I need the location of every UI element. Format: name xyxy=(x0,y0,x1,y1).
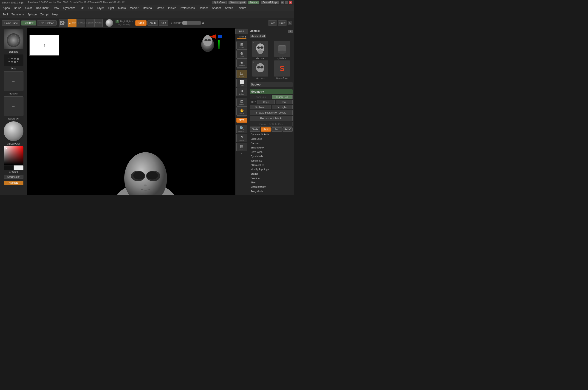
close-button[interactable]: ✕ xyxy=(289,1,292,4)
menu-preferences[interactable]: Preferences xyxy=(178,6,197,10)
z-intensity-bar[interactable] xyxy=(182,21,201,25)
matcap-preview[interactable] xyxy=(4,121,23,141)
crease-item[interactable]: Crease xyxy=(250,141,293,145)
linefill-button[interactable]: ▤ Line Fill xyxy=(236,143,247,151)
xyz-button[interactable]: XYZ xyxy=(236,118,247,123)
position-item[interactable]: Position xyxy=(250,176,293,180)
defaultzscript-button[interactable]: DefaultZScript xyxy=(261,1,279,4)
menu-file[interactable]: File xyxy=(86,6,95,10)
toolbar-tool[interactable]: Tool xyxy=(1,12,9,17)
divide-button[interactable]: Divide xyxy=(250,127,260,132)
nanomesh-item[interactable]: NanoMesh xyxy=(250,194,293,195)
zsub-button[interactable]: Zsub xyxy=(147,20,158,26)
lb-item-simple-brush[interactable]: S SimpleBrush xyxy=(272,60,293,79)
menu-texture[interactable]: Texture xyxy=(235,6,248,10)
menu-layer[interactable]: Layer xyxy=(95,6,106,10)
menu-alpha[interactable]: Alpha xyxy=(1,6,12,10)
edit-tool-button[interactable]: Edit xyxy=(59,19,68,27)
focus-button[interactable]: Foca xyxy=(268,20,277,26)
modify-topology-item[interactable]: Modify Topology xyxy=(250,167,293,171)
suv-button[interactable]: Suv xyxy=(271,127,282,132)
zoom-button[interactable]: ⊕ Zoom xyxy=(236,50,247,59)
alternate-button[interactable]: Alternate xyxy=(4,181,23,185)
tessimate-item[interactable]: Tessimate xyxy=(250,159,293,163)
menu-light[interactable]: Light xyxy=(106,6,116,10)
menu-dynamics[interactable]: Dynamics xyxy=(61,6,77,10)
menu-document[interactable]: Document xyxy=(34,6,50,10)
scale-tool-button[interactable]: Scale xyxy=(86,19,94,27)
lower-res-button[interactable]: Lower Res xyxy=(250,95,271,99)
smt-button[interactable]: Smt xyxy=(261,127,271,132)
texture-off-preview[interactable]: — xyxy=(4,96,23,116)
menu-macro[interactable]: Macro xyxy=(116,6,127,10)
menu-draw[interactable]: Draw xyxy=(51,6,61,10)
toolbar-zscript[interactable]: Zscript xyxy=(39,12,50,17)
del-lower-button[interactable]: Del Lower xyxy=(250,105,271,109)
a-button[interactable]: A xyxy=(116,20,120,23)
move-view-button[interactable]: ✋ Move xyxy=(236,107,247,116)
canvas-area[interactable]: ↑ xyxy=(27,28,235,195)
dynamesh-item[interactable]: DynaMesh xyxy=(250,154,293,158)
zadd-button[interactable]: Zadd xyxy=(135,20,147,26)
menu-color[interactable]: Color xyxy=(23,6,34,10)
persp-button[interactable]: ◲ Persp xyxy=(236,70,247,78)
switch-color-button[interactable]: SwitchColor xyxy=(4,175,23,179)
aahalf-button[interactable]: ◈ AAHalf xyxy=(236,59,247,68)
bpr-button[interactable]: BPR xyxy=(235,29,248,34)
draw-mode-button[interactable]: Draw xyxy=(278,20,287,26)
subtool-title[interactable]: Subtool xyxy=(250,82,293,87)
convert-bpr-button[interactable]: Convert BPR To Geo xyxy=(250,122,293,127)
geometry-title[interactable]: Geometry xyxy=(250,89,293,94)
rstr-button[interactable]: Rstr xyxy=(276,100,293,104)
menu-material[interactable]: Material xyxy=(141,6,154,10)
alien-bust-label[interactable]: alien bust. 48 xyxy=(250,35,266,38)
menu-movie[interactable]: Movie xyxy=(155,6,166,10)
toolbar-help[interactable]: Help xyxy=(51,12,59,17)
material-preview[interactable] xyxy=(105,19,113,27)
quicksave-button[interactable]: QuickSave xyxy=(212,1,227,4)
menus-button[interactable]: Menus xyxy=(248,1,259,4)
r-button[interactable]: R xyxy=(288,30,293,33)
maximize-button[interactable]: □ xyxy=(285,1,288,4)
reuv-button[interactable]: ReUV xyxy=(283,127,293,132)
menu-picker[interactable]: Picker xyxy=(166,6,177,10)
home-page-button[interactable]: Home Page xyxy=(2,20,20,26)
floor-button[interactable]: ⬜ Floor xyxy=(236,79,247,87)
reconstruct-subdiv-button[interactable]: Reconstruct Subdiv xyxy=(250,116,293,121)
rotate-tool-button[interactable]: Rotate xyxy=(94,19,103,27)
m-label[interactable]: M xyxy=(131,20,133,23)
toolbar-transform[interactable]: Transform xyxy=(10,12,25,17)
rgb-label[interactable]: Rgb xyxy=(126,20,130,23)
frame-button[interactable]: ⊡ Frame xyxy=(236,98,247,107)
claypolish-item[interactable]: ClayPolish xyxy=(250,150,293,154)
cage-button[interactable]: Cage xyxy=(257,100,275,104)
shadowbox-item[interactable]: ShadowBox xyxy=(250,146,293,150)
lb-item-cylinder[interactable]: Cylinder3D xyxy=(272,41,293,59)
toolbar-zplugin[interactable]: Zplugin xyxy=(26,12,38,17)
menu-stroke[interactable]: Stroke xyxy=(223,6,235,10)
mrgb-label[interactable]: Mrgb xyxy=(120,20,126,23)
alpha-off-preview[interactable]: — xyxy=(4,71,23,91)
lb-item-alien-bust[interactable]: 4 alien bust xyxy=(250,41,271,59)
color-gradient[interactable] xyxy=(4,146,23,165)
lsym-button[interactable]: ⇔ L.Sym xyxy=(236,88,247,96)
freeze-subdiv-button[interactable]: Freeze SubDivision Levels xyxy=(250,110,293,115)
move-tool-button[interactable]: Move xyxy=(77,19,85,27)
dark-swatch[interactable] xyxy=(4,165,13,170)
lightbox-button[interactable]: LightBox xyxy=(21,20,36,26)
brush-preview[interactable] xyxy=(4,29,23,49)
rotate-view-button[interactable]: ↻ Rotate xyxy=(236,134,247,142)
see-through-button[interactable]: See-through 0 xyxy=(229,1,246,4)
s-button[interactable]: S xyxy=(288,21,292,25)
zoom3d-button[interactable]: 🔍 Zoom3D xyxy=(236,125,247,133)
menu-edit[interactable]: Edit xyxy=(78,6,86,10)
zcut-button[interactable]: Zcut xyxy=(159,20,168,26)
del-higher-button[interactable]: Del Higher xyxy=(272,105,293,109)
live-boolean-button[interactable]: Live Boolean xyxy=(37,20,57,26)
light-swatch[interactable] xyxy=(14,165,23,170)
menu-render[interactable]: Render xyxy=(197,6,210,10)
menu-shader[interactable]: Shader xyxy=(210,6,223,10)
menu-marker[interactable]: Marker xyxy=(128,6,140,10)
dynamic-subdiv-item[interactable]: Dynamic Subdiv xyxy=(250,132,293,137)
mesh-integrity-item[interactable]: MeshIntegrity xyxy=(250,185,293,189)
